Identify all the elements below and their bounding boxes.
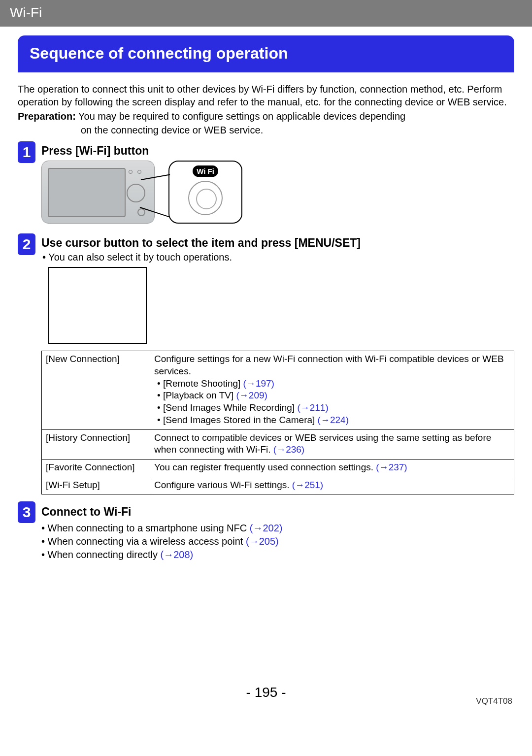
connect-direct-line: • When connecting directly (→208)	[41, 548, 514, 561]
step-3: 3 Connect to Wi-Fi • When connecting to …	[18, 501, 514, 561]
page-link[interactable]: (→205)	[246, 536, 279, 547]
camera-dot	[129, 170, 133, 174]
wifi-button-ring	[188, 181, 223, 215]
camera-control-wheel	[127, 184, 145, 202]
step-2: 2 Use cursor button to select the item a…	[18, 233, 514, 494]
cell-favorite-desc: You can register frequently used connect…	[150, 459, 514, 477]
connect-nfc-line: • When connecting to a smartphone using …	[41, 522, 514, 535]
camera-small-button	[137, 208, 145, 216]
step-number-badge: 1	[18, 141, 35, 163]
history-desc-text: Connect to compatible devices or WEB ser…	[154, 432, 491, 455]
document-code: VQT4T08	[476, 696, 512, 706]
page-link[interactable]: (→237)	[376, 462, 407, 472]
step-3-title: Connect to Wi-Fi	[41, 501, 514, 520]
page-content: Sequence of connecting operation The ope…	[0, 27, 532, 561]
header-bar: Wi-Fi	[0, 0, 532, 27]
step-2-body: Use cursor button to select the item and…	[41, 233, 514, 494]
wifisetup-desc-text: Configure various Wi-Fi settings.	[154, 480, 292, 490]
footer: - 195 - VQT4T08	[0, 685, 532, 709]
table-row: [Wi-Fi Setup] Configure various Wi-Fi se…	[42, 477, 514, 494]
wifi-button-callout: Wi Fi	[168, 161, 242, 224]
page-link[interactable]: (→202)	[250, 523, 283, 533]
table-row: [New Connection] Configure settings for …	[42, 351, 514, 429]
preparation-line: Preparation: You may be required to conf…	[18, 110, 514, 123]
table-row: [History Connection] Connect to compatib…	[42, 429, 514, 459]
cell-history-desc: Connect to compatible devices or WEB ser…	[150, 429, 514, 459]
cell-wifisetup-name: [Wi-Fi Setup]	[42, 477, 150, 494]
intro-paragraph: The operation to connect this unit to ot…	[18, 83, 514, 108]
camera-illustration-row: Wi Fi	[41, 161, 514, 224]
cell-wifisetup-desc: Configure various Wi-Fi settings. (→251)	[150, 477, 514, 494]
new-connection-desc: Configure settings for a new Wi-Fi conne…	[154, 354, 504, 376]
table-row: [Favorite Connection] You can register f…	[42, 459, 514, 477]
send-while-recording-text: • [Send Images While Recording]	[157, 402, 297, 413]
playback-tv-text: • [Playback on TV]	[157, 390, 236, 400]
header-title: Wi-Fi	[10, 5, 42, 20]
send-stored-item: • [Send Images Stored in the Camera] (→2…	[157, 415, 349, 425]
cell-history-name: [History Connection]	[42, 429, 150, 459]
step-1: 1 Press [Wi-Fi] button Wi Fi	[18, 141, 514, 229]
page-link[interactable]: (→197)	[243, 378, 274, 389]
remote-shooting-item: • [Remote Shooting] (→197)	[157, 378, 274, 389]
intro-block: The operation to connect this unit to ot…	[18, 83, 514, 136]
favorite-desc-text: You can register frequently used connect…	[154, 462, 376, 472]
preparation-inline: You may be required to configure setting…	[78, 111, 405, 122]
preparation-label: Preparation:	[18, 111, 76, 122]
connection-table: [New Connection] Configure settings for …	[41, 351, 514, 494]
step-number-badge: 2	[18, 233, 35, 255]
connect-ap-text: • When connecting via a wireless access …	[41, 536, 246, 547]
step-number-badge: 3	[18, 501, 35, 523]
step-1-body: Press [Wi-Fi] button Wi Fi	[41, 141, 514, 229]
step-2-note: • You can also select it by touch operat…	[42, 252, 514, 263]
connect-ap-line: • When connecting via a wireless access …	[41, 535, 514, 548]
step-2-title: Use cursor button to select the item and…	[41, 233, 514, 250]
page-link[interactable]: (→236)	[273, 444, 304, 455]
playback-tv-item: • [Playback on TV] (→209)	[157, 390, 267, 400]
cell-new-connection-desc: Configure settings for a new Wi-Fi conne…	[150, 351, 514, 429]
page-number: - 195 -	[0, 685, 532, 700]
step-1-title: Press [Wi-Fi] button	[41, 141, 514, 158]
page-link[interactable]: (→211)	[297, 402, 328, 413]
page-link[interactable]: (→208)	[161, 549, 194, 560]
wifi-badge: Wi Fi	[193, 165, 218, 177]
cell-new-connection-name: [New Connection]	[42, 351, 150, 429]
section-heading: Sequence of connecting operation	[18, 35, 514, 72]
camera-dot	[137, 170, 141, 174]
camera-illustration	[41, 161, 155, 224]
preparation-line2: on the connecting device or WEB service.	[81, 124, 514, 137]
connect-direct-text: • When connecting directly	[41, 549, 161, 560]
page-link[interactable]: (→209)	[236, 390, 267, 400]
send-stored-text: • [Send Images Stored in the Camera]	[157, 415, 318, 425]
remote-shooting-text: • [Remote Shooting]	[157, 378, 243, 389]
connect-nfc-text: • When connecting to a smartphone using …	[41, 523, 250, 533]
cell-favorite-name: [Favorite Connection]	[42, 459, 150, 477]
camera-screen	[48, 168, 126, 217]
send-while-recording-item: • [Send Images While Recording] (→211)	[157, 402, 329, 413]
screenshot-placeholder	[48, 267, 147, 344]
page-link[interactable]: (→224)	[318, 415, 349, 425]
step-3-body: Connect to Wi-Fi • When connecting to a …	[41, 501, 514, 561]
page-link[interactable]: (→251)	[292, 480, 323, 490]
section-title: Sequence of connecting operation	[30, 44, 288, 62]
